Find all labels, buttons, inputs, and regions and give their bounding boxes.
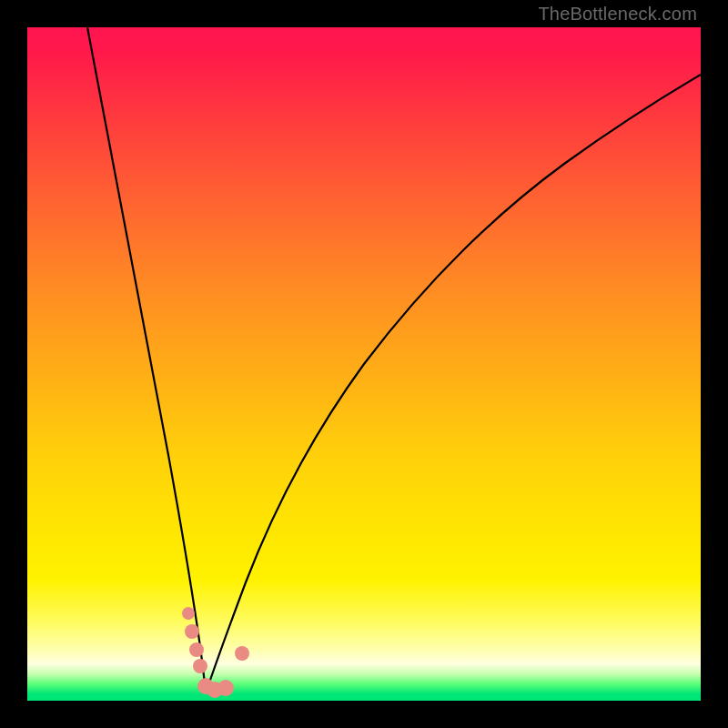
bottleneck-curve-svg [27, 27, 701, 701]
svg-point-1 [185, 624, 199, 639]
curve-left-branch [87, 27, 206, 693]
svg-point-2 [189, 642, 204, 657]
svg-point-6 [217, 680, 234, 696]
curve-right-branch [206, 75, 701, 693]
svg-point-3 [193, 659, 207, 673]
svg-point-0 [182, 607, 195, 620]
svg-point-7 [235, 646, 249, 661]
min-marker-cluster [182, 607, 249, 698]
chart-frame: TheBottleneck.com [0, 0, 728, 728]
watermark-text: TheBottleneck.com [538, 4, 697, 25]
plot-area [27, 27, 701, 701]
